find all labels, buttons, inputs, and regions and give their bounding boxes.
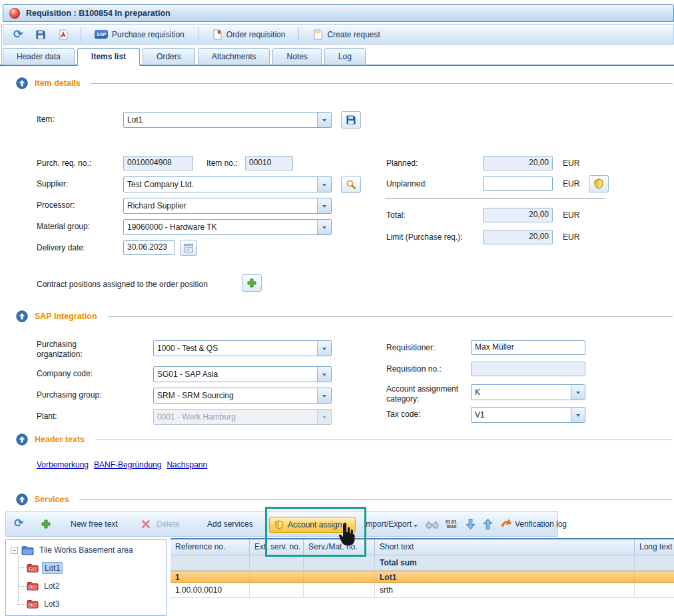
refresh-services-button[interactable]: ⟳ [14,518,23,529]
add-item-button[interactable] [41,519,51,529]
header-text-links: Vorbemerkung BANF-Begründung Nachspann [37,460,207,469]
material-group-select[interactable]: 19060000 - Hardware TK [123,219,332,235]
processor-select[interactable]: Richard Supplier [123,198,332,214]
tab-orders[interactable]: Orders [143,48,195,65]
move-up-button[interactable] [483,518,493,530]
section-title: Item details [35,79,81,88]
tree-root-node[interactable]: − Tile Works Basement area [11,545,135,555]
add-services-button[interactable]: Add services [207,519,253,529]
import-export-button[interactable]: Import/Export [364,519,412,529]
cell-serv-mat-no [304,583,375,598]
new-free-text-button[interactable]: New free text [71,519,118,529]
unplanned-field[interactable] [483,176,553,191]
planned-currency: EUR [563,158,579,168]
chevron-down-icon[interactable] [571,408,585,422]
calendar-button[interactable] [180,240,197,256]
requisitioner-field[interactable]: Max Müller [471,340,585,355]
save-button[interactable] [33,27,49,43]
save-item-button[interactable] [341,111,361,129]
column-header-long-text[interactable]: Long text [635,539,674,555]
chevron-down-icon[interactable] [317,220,331,234]
collapse-section-button[interactable] [16,77,28,89]
unplanned-account-assign-button[interactable] [589,175,609,192]
link-nachspann[interactable]: Nachspann [167,460,207,469]
tree-connector-line [19,604,27,605]
tab-header-data[interactable]: Header data [3,48,75,65]
tab-log[interactable]: Log [324,48,366,65]
chevron-down-icon[interactable] [317,177,331,192]
renumber-button[interactable]: 01.01. 0010 [446,520,458,529]
order-requisition-button[interactable]: Order requisition [208,27,290,42]
tab-items-list[interactable]: Items list [77,48,140,66]
chevron-down-icon[interactable] [317,388,331,403]
chevron-down-icon[interactable] [317,198,331,213]
toolbar-separator [81,27,81,42]
account-assign-button[interactable]: Account assign [269,517,356,533]
table-header-row: Reference no. Ext. serv. no. Serv./Mat. … [170,539,674,555]
table-row-lot1[interactable]: 1 Lot1 [170,571,674,583]
company-code-select[interactable]: SG01 - SAP Asia [153,366,332,382]
collapse-section-button[interactable] [16,310,28,322]
chevron-down-icon[interactable] [317,341,331,356]
column-header-short-text[interactable]: Short text [375,539,635,555]
app-logo-icon [9,8,20,19]
chevron-down-icon[interactable] [571,385,585,400]
sap-icon: SAP [95,30,108,39]
collapse-section-button[interactable] [16,434,28,446]
verification-log-button[interactable]: Verification log [515,519,567,529]
processor-value: Richard Supplier [124,198,317,213]
tree-node-lot2[interactable]: L Lot2 [27,581,61,591]
export-pdf-button[interactable] [55,27,71,43]
chevron-down-icon[interactable] [317,367,331,382]
section-rule [108,316,673,317]
chevron-down-icon[interactable] [317,113,331,127]
column-header-reference-no[interactable]: Reference no. [170,539,250,555]
order-requisition-label: Order requisition [226,30,286,39]
delete-x-icon [141,519,151,529]
requisition-no-field [471,362,585,376]
purchasing-group-value: SRM - SRM Sourcing [154,388,317,403]
total-label: Total: [386,210,406,220]
supplier-search-button[interactable] [341,176,361,193]
cell-short-text: Total sum [375,555,635,571]
purchasing-organization-select[interactable]: 1000 - Test & QS [153,340,332,356]
tab-notes[interactable]: Notes [272,48,321,65]
plant-select: 0001 - Werk Hamburg [153,409,332,425]
delivery-date-field[interactable]: 30.06.2023 [123,240,175,255]
add-contract-position-button[interactable] [242,274,262,292]
collapse-section-button[interactable] [16,493,28,505]
cell-serv-mat-no [304,555,375,571]
delete-button[interactable]: Delete [157,519,180,529]
shield-icon [593,178,604,189]
table-row-total-sum[interactable]: Total sum [170,555,674,571]
item-select[interactable]: Lot1 [123,112,332,128]
cell-short-text: srth [375,583,635,598]
binoculars-icon[interactable] [426,520,439,529]
order-document-icon [212,29,222,40]
new-document-icon [312,29,323,40]
account-assignment-category-select[interactable]: K [471,384,585,400]
tax-code-label: Tax code: [386,410,420,420]
create-request-button[interactable]: Create request [308,27,384,42]
column-header-serv-mat-no[interactable]: Serv./Mat. no. [304,539,375,555]
item-value: Lot1 [124,113,317,127]
purchasing-group-select[interactable]: SRM - SRM Sourcing [153,388,332,404]
purchase-requisition-button[interactable]: SAP Purchase requisition [91,28,188,41]
table-row-service-item[interactable]: 1.00.00.0010 srth [170,583,674,598]
tree-node-lot1[interactable]: Z Lot1 [27,562,63,574]
folder-red-icon: L [27,581,39,591]
cell-ext-serv-no [250,555,304,571]
tab-strip: Header data Items list Orders Attachment… [3,48,366,66]
move-down-button[interactable] [466,518,476,530]
tab-attachments[interactable]: Attachments [198,48,270,65]
link-vorbemerkung[interactable]: Vorbemerkung [37,460,89,469]
tree-collapse-toggle[interactable]: − [11,547,18,554]
tax-code-select[interactable]: V1 [471,407,585,423]
tree-node-lot3[interactable]: L Lot3 [27,599,61,609]
save-icon [346,115,356,125]
refresh-button[interactable]: ⟳ [10,27,26,43]
column-header-ext-serv-no[interactable]: Ext. serv. no. [250,539,304,555]
supplier-select[interactable]: Test Company Ltd. [123,176,332,192]
chevron-down-icon[interactable] [414,525,418,529]
link-banf-begruendung[interactable]: BANF-Begründung [94,460,161,469]
